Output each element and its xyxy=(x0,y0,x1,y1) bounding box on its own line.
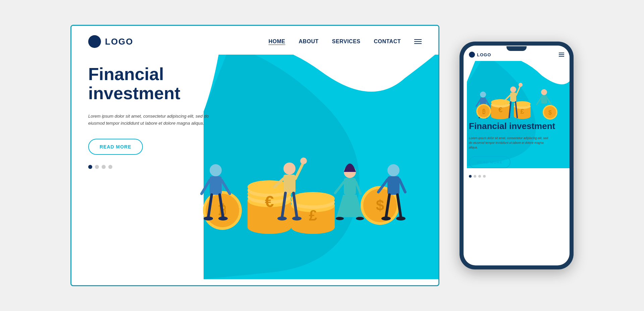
phone-mockup: LOGO xyxy=(460,42,574,269)
hero-title: Financial investment xyxy=(88,65,216,103)
nav-about[interactable]: ABOUT xyxy=(299,39,318,45)
svg-point-33 xyxy=(292,216,302,221)
svg-point-29 xyxy=(300,158,307,164)
dot-2[interactable] xyxy=(95,165,99,169)
svg-point-61 xyxy=(480,91,486,98)
desktop-mockup: LOGO HOME ABOUT SERVICES CONTACT xyxy=(70,25,439,286)
svg-text:$: $ xyxy=(548,109,552,116)
svg-point-23 xyxy=(204,216,213,221)
svg-point-49 xyxy=(381,216,391,221)
svg-point-74 xyxy=(519,83,523,87)
logo-area: LOGO xyxy=(88,35,133,48)
phone-logo-icon xyxy=(469,52,475,58)
svg-point-38 xyxy=(336,217,344,220)
pagination-dots xyxy=(88,165,216,169)
nav-links: HOME ABOUT SERVICES CONTACT xyxy=(268,39,422,45)
svg-line-28 xyxy=(296,164,303,179)
read-more-button[interactable]: READ MORE xyxy=(88,139,143,155)
svg-point-70 xyxy=(510,86,516,92)
logo-text: LOGO xyxy=(105,37,133,47)
svg-line-37 xyxy=(356,182,361,194)
svg-point-43 xyxy=(387,164,399,176)
phone-read-more-button[interactable]: READ MORE xyxy=(469,156,511,168)
svg-rect-71 xyxy=(510,92,516,102)
svg-rect-44 xyxy=(387,176,399,195)
svg-point-25 xyxy=(283,163,296,175)
svg-point-54 xyxy=(491,99,510,105)
phone-notch xyxy=(506,46,527,51)
svg-rect-26 xyxy=(283,175,296,193)
svg-line-73 xyxy=(516,87,520,95)
svg-line-36 xyxy=(335,182,344,193)
svg-rect-35 xyxy=(344,178,356,195)
nav-services[interactable]: SERVICES xyxy=(332,39,361,45)
dot-3[interactable] xyxy=(102,165,106,169)
svg-line-80 xyxy=(547,98,551,105)
nav-home[interactable]: HOME xyxy=(268,39,285,45)
phone-dot-4[interactable] xyxy=(483,175,486,178)
desktop-header: LOGO HOME ABOUT SERVICES CONTACT xyxy=(71,26,438,55)
phone-dot-1[interactable] xyxy=(469,175,472,178)
svg-text:₿: ₿ xyxy=(482,108,485,115)
svg-rect-18 xyxy=(210,176,222,195)
svg-line-48 xyxy=(397,195,401,217)
phone-illustration: € £ ₿ xyxy=(464,63,570,130)
main-container: LOGO HOME ABOUT SERVICES CONTACT xyxy=(20,25,624,286)
phone-hero-description: Lorem ipsum dolor sit amet, consectetur … xyxy=(469,136,549,150)
phone-logo-text: LOGO xyxy=(477,52,491,57)
svg-text:£: £ xyxy=(520,108,524,115)
phone-dot-3[interactable] xyxy=(478,175,481,178)
svg-line-72 xyxy=(505,95,510,100)
hero-description: Lorem ipsum dolor sit amet, consectetur … xyxy=(88,113,216,127)
svg-point-24 xyxy=(218,216,228,221)
hamburger-menu-icon[interactable] xyxy=(414,39,422,44)
svg-point-12 xyxy=(291,192,335,205)
phone-logo-area: LOGO xyxy=(469,52,491,58)
svg-rect-78 xyxy=(541,95,547,104)
phone-dot-2[interactable] xyxy=(474,175,476,178)
hero-content: Financial investment Lorem ipsum dolor s… xyxy=(88,65,216,169)
phone-screen: LOGO xyxy=(464,46,570,265)
svg-text:£: £ xyxy=(309,207,317,224)
svg-text:€: € xyxy=(265,193,274,210)
svg-line-19 xyxy=(202,180,210,194)
dot-4[interactable] xyxy=(108,165,112,169)
logo-icon xyxy=(88,35,101,48)
phone-hero: € £ ₿ xyxy=(464,61,570,255)
svg-point-39 xyxy=(356,217,364,220)
desktop-hero: Financial investment Lorem ipsum dolor s… xyxy=(71,55,438,286)
svg-line-46 xyxy=(399,180,405,192)
svg-point-77 xyxy=(541,89,547,95)
phone-hamburger-icon[interactable] xyxy=(559,53,564,57)
svg-text:$: $ xyxy=(376,197,384,213)
svg-point-32 xyxy=(277,216,287,221)
svg-point-50 xyxy=(396,216,406,221)
phone-content: Financial investment Lorem ipsum dolor s… xyxy=(469,121,555,178)
svg-text:€: € xyxy=(498,106,502,114)
phone-hero-title: Financial investment xyxy=(469,121,555,131)
dot-1[interactable] xyxy=(88,165,92,169)
phone-pagination-dots xyxy=(469,175,555,178)
svg-line-79 xyxy=(537,98,541,105)
nav-contact[interactable]: CONTACT xyxy=(374,39,401,45)
